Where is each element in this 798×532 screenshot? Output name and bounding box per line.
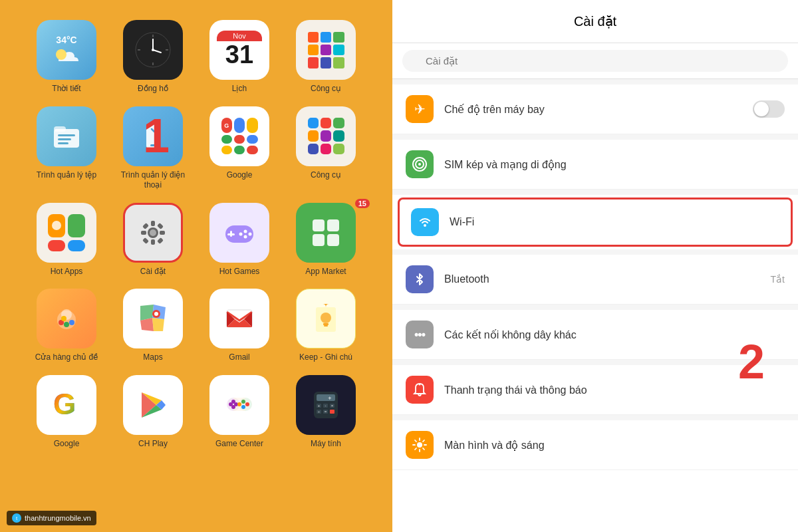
app-gmail[interactable]: Gmail: [200, 289, 279, 363]
svg-rect-22: [142, 223, 149, 229]
app-label-google: Google: [227, 170, 253, 181]
svg-point-56: [321, 313, 331, 323]
app-files[interactable]: Trình quản lý tệp: [27, 106, 106, 191]
svg-line-101: [423, 448, 424, 450]
app-app-market[interactable]: 15 App Market: [286, 203, 366, 277]
app-label-files: Trình quản lý tệp: [37, 170, 96, 181]
svg-rect-28: [227, 233, 235, 235]
app-game-center[interactable]: Game Center: [200, 375, 279, 450]
svg-point-30: [249, 232, 252, 235]
app-keep[interactable]: Keep - Ghi chú: [286, 289, 366, 363]
divider-2: [392, 190, 798, 195]
settings-label-display: Màn hình và độ sáng: [444, 439, 785, 452]
svg-rect-20: [141, 231, 146, 235]
svg-rect-21: [160, 231, 165, 235]
app-label-calendar: Lịch: [232, 84, 247, 94]
svg-point-49: [154, 312, 158, 316]
svg-point-92: [418, 163, 421, 166]
svg-point-94: [419, 384, 421, 386]
settings-item-notification[interactable]: Thanh trạng thái và thông báo: [392, 365, 798, 415]
app-badge: 15: [355, 199, 370, 208]
app-label-settings: Cài đặt: [140, 267, 166, 277]
svg-rect-57: [323, 323, 329, 325]
app-label-clock: Đồng hồ: [138, 84, 168, 94]
settings-label-airplane: Chế độ trên máy bay: [444, 103, 753, 116]
svg-point-32: [239, 232, 243, 235]
svg-marker-47: [152, 318, 164, 331]
svg-text:=: =: [325, 410, 327, 414]
svg-rect-10: [54, 126, 66, 132]
svg-point-71: [245, 402, 249, 406]
svg-point-0: [56, 49, 66, 60]
app-phone-manager[interactable]: Trình quản lý điện thoại: [113, 106, 193, 191]
app-label-theme: Cửa hàng chủ đề: [35, 352, 98, 363]
settings-item-sim[interactable]: SIM kép và mạng di động: [392, 140, 798, 190]
app-tools[interactable]: Công cụ: [286, 20, 366, 94]
bluetooth-icon: [406, 265, 434, 293]
svg-line-102: [415, 448, 416, 450]
svg-rect-13: [58, 142, 68, 144]
settings-label-bluetooth: Bluetooth: [444, 273, 771, 285]
app-label-gmail: Gmail: [229, 352, 249, 363]
svg-text:G: G: [53, 388, 76, 420]
app-play[interactable]: CH Play: [113, 375, 193, 450]
svg-rect-14: [150, 144, 156, 146]
app-label-hot-apps: Hot Apps: [51, 267, 83, 277]
settings-item-display[interactable]: Màn hình và độ sáng: [392, 420, 798, 470]
display-icon: [406, 431, 434, 459]
app-maps[interactable]: Maps: [113, 289, 193, 363]
divider-5: [392, 360, 798, 365]
app-label-hot-games: Hot Games: [219, 267, 260, 277]
app-tools2[interactable]: Công cụ: [286, 106, 366, 191]
app-label-game-center: Game Center: [215, 439, 263, 450]
app-hot-games[interactable]: Hot Games: [200, 203, 279, 277]
app-label-tools: Công cụ: [311, 84, 341, 94]
app-settings[interactable]: Cài đặt: [113, 203, 193, 277]
sim-icon: [406, 150, 434, 178]
app-label-play: CH Play: [138, 439, 168, 450]
svg-point-70: [241, 400, 245, 404]
settings-label-notification: Thanh trạng thái và thông báo: [444, 384, 785, 396]
settings-item-bluetooth[interactable]: Bluetooth Tắt: [392, 255, 798, 305]
divider-3: [392, 249, 798, 255]
airplane-toggle[interactable]: [753, 100, 785, 118]
app-clock[interactable]: Đồng hồ: [113, 20, 193, 94]
wifi-icon: [411, 208, 439, 236]
svg-point-29: [244, 229, 247, 233]
svg-text:+: +: [318, 404, 321, 408]
svg-text:-: -: [325, 404, 327, 408]
settings-label-wifi: Wi-Fi: [450, 216, 779, 228]
divider-4: [392, 305, 798, 310]
app-google2[interactable]: G G Google: [27, 375, 106, 450]
app-label-keep: Keep - Ghi chú: [299, 352, 352, 363]
settings-label-sim: SIM kép và mạng di động: [444, 158, 785, 171]
svg-line-100: [415, 440, 416, 442]
airplane-icon: ✈: [406, 95, 434, 123]
app-calendar[interactable]: Nov 31 Lịch: [200, 20, 279, 94]
svg-point-40: [64, 322, 69, 327]
svg-point-31: [244, 235, 247, 238]
settings-item-wireless[interactable]: ••• Các kết nối không dây khác: [392, 310, 798, 360]
svg-point-17: [150, 229, 156, 236]
app-calculator[interactable]: + + - × ÷ = Máy tính: [286, 375, 366, 450]
search-input[interactable]: [402, 50, 788, 72]
svg-rect-25: [157, 237, 164, 244]
svg-line-103: [423, 440, 424, 442]
svg-rect-58: [324, 325, 328, 327]
settings-item-wifi[interactable]: Wi-Fi: [398, 198, 793, 247]
svg-point-41: [69, 320, 74, 325]
svg-rect-82: [330, 410, 334, 414]
svg-point-73: [237, 402, 241, 406]
notification-icon: [406, 376, 434, 404]
svg-rect-11: [58, 134, 75, 136]
app-hot-apps[interactable]: Hot Apps: [27, 203, 106, 277]
svg-rect-35: [313, 234, 325, 246]
svg-point-93: [424, 224, 426, 227]
app-google[interactable]: G Google: [200, 106, 279, 191]
settings-item-airplane[interactable]: ✈ Chế độ trên máy bay: [392, 84, 798, 134]
svg-point-95: [417, 442, 422, 448]
svg-rect-12: [58, 138, 71, 140]
svg-rect-34: [327, 219, 339, 231]
app-weather[interactable]: 34°C Thời tiết: [27, 20, 106, 94]
app-theme[interactable]: Cửa hàng chủ đề: [27, 289, 106, 363]
